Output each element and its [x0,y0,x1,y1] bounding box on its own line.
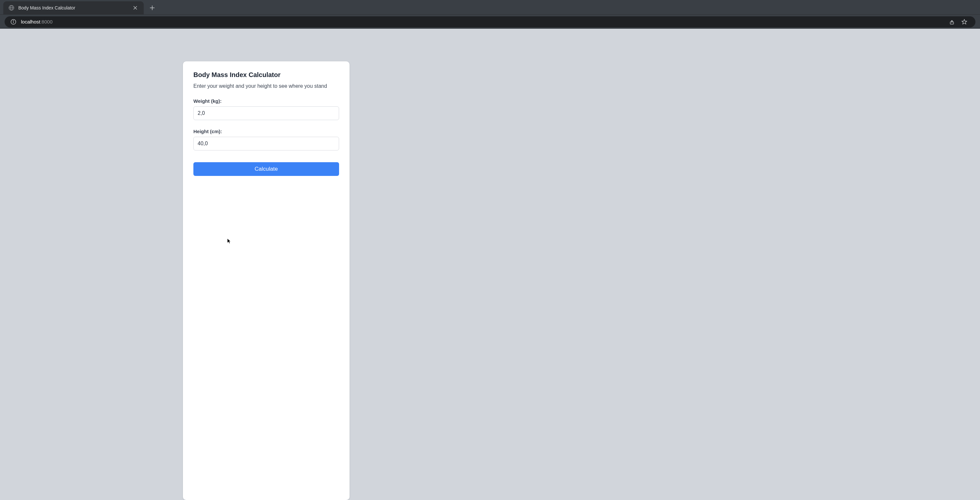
url-host: localhost [21,19,40,24]
address-bar-row: localhost:8000 [0,14,980,29]
browser-tab-strip: Body Mass Index Calculator [0,0,980,14]
url-port: :8000 [40,19,52,24]
tab-title: Body Mass Index Calculator [18,5,128,10]
globe-icon [8,5,14,11]
weight-input[interactable] [193,106,339,120]
height-group: Height (cm): [193,129,339,151]
height-input[interactable] [193,137,339,151]
new-tab-button[interactable] [144,1,161,14]
bookmark-star-icon[interactable] [961,19,967,25]
svg-point-9 [13,20,13,21]
address-bar[interactable]: localhost:8000 [5,16,975,27]
calculate-button[interactable]: Calculate [193,162,339,176]
browser-tab[interactable]: Body Mass Index Calculator [3,1,144,14]
weight-label: Weight (kg): [193,98,339,104]
close-tab-icon[interactable] [132,5,138,11]
page-viewport: Body Mass Index Calculator Enter your we… [0,29,980,500]
bmi-card: Body Mass Index Calculator Enter your we… [183,61,350,500]
share-icon[interactable] [949,19,955,25]
svg-marker-12 [962,19,967,24]
site-info-icon[interactable] [10,19,16,25]
url-text: localhost:8000 [21,19,52,25]
card-subtitle: Enter your weight and your height to see… [193,83,339,89]
weight-group: Weight (kg): [193,98,339,120]
height-label: Height (cm): [193,129,339,134]
card-title: Body Mass Index Calculator [193,71,339,79]
address-actions [949,19,970,25]
